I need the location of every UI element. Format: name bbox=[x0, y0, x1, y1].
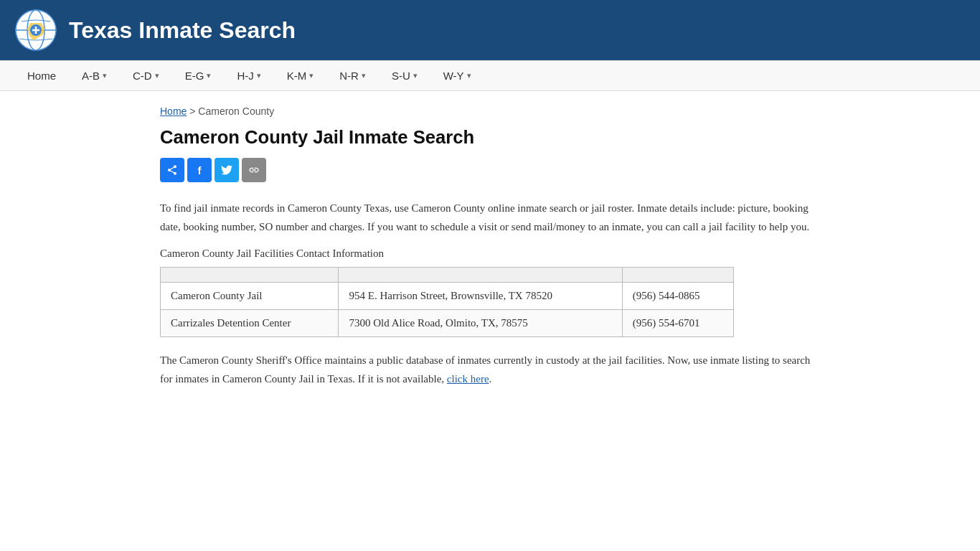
breadcrumb: Home > Cameron County bbox=[160, 105, 820, 117]
site-title: Texas Inmate Search bbox=[69, 17, 296, 44]
nav-item-s-u[interactable]: S-U ▾ bbox=[379, 61, 430, 90]
site-header: Texas Inmate Search bbox=[0, 0, 980, 60]
table-header-facility bbox=[161, 268, 339, 283]
bottom-text-after-link: . bbox=[489, 373, 492, 385]
table-row: Cameron County Jail954 E. Harrison Stree… bbox=[161, 283, 734, 310]
facility-address: 954 E. Harrison Street, Brownsville, TX … bbox=[339, 283, 622, 310]
nav-item-a-b[interactable]: A-B ▾ bbox=[69, 61, 120, 90]
nav-item-n-r[interactable]: N-R ▾ bbox=[326, 61, 379, 90]
facilities-table: Cameron County Jail954 E. Harrison Stree… bbox=[160, 267, 734, 337]
breadcrumb-home-link[interactable]: Home bbox=[160, 105, 187, 117]
nav-item-w-y[interactable]: W-Y ▾ bbox=[430, 61, 484, 90]
breadcrumb-separator: > bbox=[189, 105, 195, 117]
page-title: Cameron County Jail Inmate Search bbox=[160, 127, 820, 148]
copy-link-button[interactable] bbox=[242, 158, 266, 182]
main-content: Home > Cameron County Cameron County Jai… bbox=[138, 91, 842, 402]
nav-arrow-icon: ▾ bbox=[413, 71, 418, 80]
facility-address: 7300 Old Alice Road, Olmito, TX, 78575 bbox=[339, 310, 622, 337]
table-heading: Cameron County Jail Facilities Contact I… bbox=[160, 248, 820, 260]
facility-name: Cameron County Jail bbox=[161, 283, 339, 310]
nav-item-home[interactable]: Home bbox=[14, 61, 69, 90]
table-header-address bbox=[339, 268, 622, 283]
site-logo bbox=[14, 9, 57, 52]
facility-name: Carrizales Detention Center bbox=[161, 310, 339, 337]
table-row: Carrizales Detention Center7300 Old Alic… bbox=[161, 310, 734, 337]
nav-item-e-g[interactable]: E-G ▾ bbox=[172, 61, 225, 90]
nav-item-h-j[interactable]: H-J ▾ bbox=[224, 61, 273, 90]
twitter-button[interactable] bbox=[215, 158, 239, 182]
social-share-buttons: f bbox=[160, 158, 820, 182]
nav-arrow-icon: ▾ bbox=[309, 71, 314, 80]
bottom-description: The Cameron County Sheriff's Office main… bbox=[160, 352, 820, 388]
nav-arrow-icon: ▾ bbox=[257, 71, 261, 80]
facility-phone: (956) 554-6701 bbox=[622, 310, 733, 337]
nav-arrow-icon: ▾ bbox=[103, 71, 107, 80]
nav-arrow-icon: ▾ bbox=[207, 71, 211, 80]
nav-arrow-icon: ▾ bbox=[155, 71, 159, 80]
main-nav: HomeA-B ▾C-D ▾E-G ▾H-J ▾K-M ▾N-R ▾S-U ▾W… bbox=[0, 60, 980, 91]
click-here-link[interactable]: click here bbox=[447, 373, 489, 385]
nav-arrow-icon: ▾ bbox=[467, 71, 471, 80]
facility-phone: (956) 544-0865 bbox=[622, 283, 733, 310]
nav-item-k-m[interactable]: K-M ▾ bbox=[274, 61, 327, 90]
description-1: To find jail inmate records in Cameron C… bbox=[160, 199, 820, 236]
facebook-button[interactable]: f bbox=[187, 158, 212, 182]
nav-arrow-icon: ▾ bbox=[362, 71, 366, 80]
share-button[interactable] bbox=[160, 158, 184, 182]
table-header-phone bbox=[622, 268, 733, 283]
nav-item-c-d[interactable]: C-D ▾ bbox=[120, 61, 172, 90]
breadcrumb-current: Cameron County bbox=[198, 105, 274, 117]
